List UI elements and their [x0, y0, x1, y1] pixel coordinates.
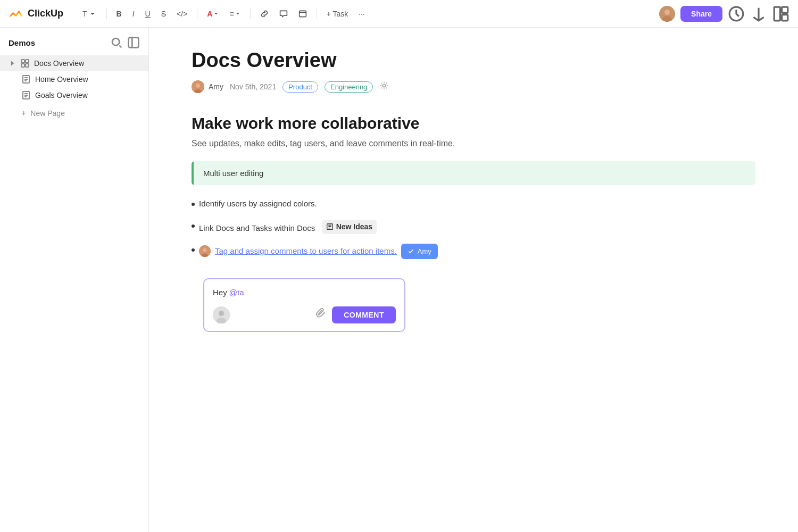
paperclip-icon — [316, 307, 327, 318]
svg-rect-5 — [774, 7, 780, 21]
author-info: Amy — [192, 80, 223, 93]
strikethrough-button[interactable]: S — [157, 7, 170, 21]
toolbar-separator-4 — [317, 9, 317, 19]
bullet-text-1: Identify users by assigned colors. — [199, 198, 317, 210]
svg-rect-7 — [782, 14, 788, 20]
share-button[interactable]: Share — [680, 6, 722, 22]
bullet-item-3: Tag and assign comments to users for act… — [192, 244, 755, 332]
sidebar-search-button[interactable] — [110, 36, 123, 49]
link-tag-icon — [408, 248, 414, 255]
search-icon — [110, 36, 123, 49]
comment-button[interactable]: COMMENT — [332, 306, 396, 323]
caret-right-icon — [9, 60, 16, 67]
layout-button[interactable] — [772, 5, 789, 22]
document-icon — [21, 74, 31, 84]
workspace-name: Demos — [9, 38, 35, 47]
bullet-text-2: Link Docs and Tasks within Docs New Idea… — [199, 220, 377, 234]
settings-icon[interactable] — [379, 81, 389, 93]
bold-button[interactable]: B — [112, 7, 126, 21]
document-content: Docs Overview Amy Nov 5th, 2021 Product … — [149, 28, 798, 532]
svg-point-25 — [219, 311, 224, 316]
toolbar-separator-2 — [197, 9, 197, 19]
history-button[interactable] — [728, 5, 745, 22]
clock-icon — [728, 5, 745, 22]
svg-point-17 — [196, 84, 200, 88]
sidebar-item-label: Docs Overview — [34, 59, 84, 68]
app-name: ClickUp — [28, 8, 63, 19]
comment-input-display[interactable]: Hey @ta — [213, 287, 396, 299]
document-date: Nov 5th, 2021 — [230, 82, 276, 91]
clickup-logo-icon — [9, 6, 23, 21]
new-page-button[interactable]: + New Page — [0, 105, 148, 121]
italic-button[interactable]: I — [128, 7, 139, 21]
align-button[interactable]: ≡ — [225, 7, 244, 21]
attach-icon[interactable] — [316, 307, 327, 322]
text-style-button[interactable]: T — [78, 7, 101, 21]
layout-icon — [772, 5, 789, 22]
collapse-icon — [127, 36, 140, 49]
bullet-list: Identify users by assigned colors. Link … — [192, 198, 755, 332]
engineering-tag[interactable]: Engineering — [325, 81, 373, 93]
chevron-down-icon — [88, 10, 97, 18]
comment-box: Hey @ta — [203, 278, 405, 332]
user-avatar[interactable] — [659, 6, 675, 22]
sidebar-item-goals-overview[interactable]: Goals Overview — [0, 87, 148, 103]
callout-block: Multi user editing — [192, 161, 755, 185]
mention-text: @ta — [229, 288, 244, 297]
main-layout: Demos Docs Overview — [0, 28, 798, 532]
callout-text: Multi user editing — [194, 161, 273, 185]
sidebar-item-docs-overview[interactable]: Docs Overview — [0, 55, 148, 71]
bullet-author-avatar — [199, 245, 211, 257]
comment-footer: COMMENT — [213, 306, 396, 323]
page-icon — [21, 74, 31, 84]
embed-icon — [298, 10, 307, 18]
comment-toolbar-button[interactable] — [275, 7, 292, 21]
author-name: Amy — [209, 82, 223, 91]
sidebar-item-label: Goals Overview — [35, 91, 88, 99]
color-button[interactable]: A — [203, 7, 223, 21]
caret-icon — [9, 60, 16, 67]
svg-rect-9 — [129, 38, 139, 48]
doc-link[interactable]: New Ideas — [322, 220, 377, 234]
bullet-dot-1 — [192, 203, 195, 206]
product-tag[interactable]: Product — [282, 81, 318, 93]
svg-point-22 — [203, 248, 207, 252]
plus-icon: + — [21, 109, 26, 118]
main-toolbar: ClickUp T B I U S </> A ≡ + Task ··· — [0, 0, 798, 28]
document-title: Docs Overview — [192, 49, 755, 72]
svg-rect-13 — [26, 64, 29, 67]
svg-rect-11 — [26, 60, 29, 63]
bullet-item-1: Identify users by assigned colors. — [192, 198, 755, 210]
export-button[interactable] — [750, 5, 767, 22]
comment-text[interactable]: Tag and assign comments to users for act… — [215, 245, 397, 257]
sidebar: Demos Docs Overview — [0, 28, 149, 532]
amy-tooltip: Amy — [401, 244, 438, 260]
underline-button[interactable]: U — [141, 7, 155, 21]
svg-point-19 — [383, 84, 386, 87]
docs-icon — [20, 59, 30, 68]
comment-user-avatar — [213, 306, 230, 323]
link-icon — [260, 10, 269, 18]
svg-rect-6 — [782, 7, 788, 13]
page-icon-2 — [21, 90, 31, 100]
sidebar-collapse-button[interactable] — [127, 36, 140, 49]
new-page-label: New Page — [30, 109, 65, 118]
svg-point-2 — [664, 10, 670, 15]
app-logo: ClickUp — [9, 6, 63, 21]
section-heading: Make work more collaborative — [192, 114, 755, 132]
add-task-button[interactable]: + Task — [322, 7, 353, 21]
embed-button[interactable] — [294, 7, 311, 21]
author-avatar — [192, 80, 204, 93]
code-button[interactable]: </> — [172, 7, 192, 21]
sidebar-item-home-overview[interactable]: Home Overview — [0, 71, 148, 87]
svg-point-8 — [112, 38, 119, 45]
more-button[interactable]: ··· — [354, 7, 369, 21]
user-avatar-image — [659, 6, 675, 22]
grid-icon — [20, 59, 30, 68]
bullet-item-2: Link Docs and Tasks within Docs New Idea… — [192, 220, 755, 234]
svg-rect-12 — [21, 64, 24, 67]
toolbar-separator-3 — [250, 9, 251, 19]
svg-rect-10 — [21, 60, 24, 63]
link-button[interactable] — [256, 7, 273, 21]
toolbar-right-section: Share — [659, 5, 789, 22]
